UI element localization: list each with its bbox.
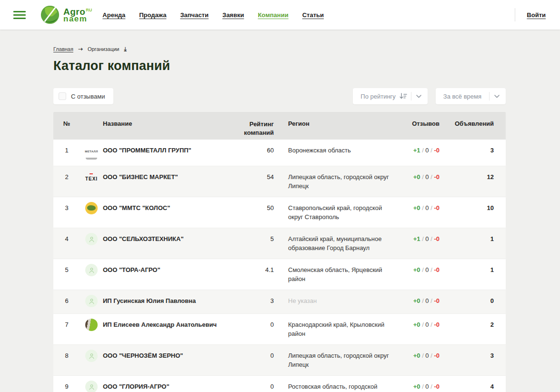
table-row[interactable]: 1 МЕТАЛЛ ООО "ПРОММЕТАЛЛ ГРУПП" 60 Ворон… [53, 140, 506, 166]
company-logo-cell [80, 351, 103, 369]
company-avatar-placeholder [85, 233, 98, 245]
company-ads-count: 1 [440, 265, 506, 283]
table-row[interactable]: 5 ООО "ТОРА-АГРО" 4.1 Смоленская область… [53, 259, 506, 290]
with-reviews-checkbox[interactable] [59, 92, 66, 100]
company-reviews: +1 / 0 / -0 [393, 146, 440, 160]
company-rating: 0 [230, 382, 274, 392]
chevron-down-icon[interactable] [416, 95, 421, 98]
login-link[interactable]: Войти [527, 11, 546, 19]
reviews-negative: -0 [434, 321, 440, 328]
column-header-ads: Объявлений [440, 120, 506, 140]
company-rating: 4.1 [230, 265, 274, 283]
nav-item-1[interactable]: Продажа [139, 11, 166, 19]
nav-item-0[interactable]: Аренда [102, 11, 125, 19]
reviews-neutral: 0 [425, 383, 429, 390]
company-logo-cell [80, 320, 103, 338]
sort-dropdown-label: По рейтингу [360, 93, 396, 100]
reviews-negative: -0 [434, 173, 440, 181]
company-name[interactable]: ИП Елисеев Александр Анатольевич [103, 320, 230, 338]
table-row[interactable]: 6 ИП Гусинская Юлия Павловна 3 Не указан… [53, 290, 506, 314]
main-content: Главная ➝ Организации ⤓ Каталог компаний… [0, 30, 506, 392]
reviews-neutral: 0 [425, 321, 429, 328]
company-avatar-placeholder [85, 381, 98, 392]
person-icon [88, 267, 95, 274]
row-number: 4 [53, 234, 80, 252]
logo-ru-superscript: RU [86, 8, 92, 12]
sort-descending-icon [400, 93, 407, 100]
reviews-positive: +0 [413, 383, 420, 390]
reviews-positive: +0 [413, 297, 420, 304]
table-row[interactable]: 9 ООО "ГЛОРИЯ-АГРО" 0 Ростовская область… [53, 376, 506, 392]
company-ads-count: 3 [440, 146, 506, 160]
top-header: AgroRU naem АрендаПродажаЗапчастиЗаявкиК… [0, 0, 560, 30]
row-number: 1 [53, 146, 80, 160]
companies-table: № Название Рейтинг компаний Регион Отзыв… [53, 112, 506, 392]
table-row[interactable]: 2 ТЕХI ООО "БИЗНЕС МАРКЕТ" 54 Липецкая о… [53, 166, 506, 197]
period-dropdown[interactable]: За всё время [436, 88, 506, 104]
table-row[interactable]: 8 ООО "ЧЕРНОЗЁМ ЗЕРНО" 0 Липецкая област… [53, 345, 506, 376]
table-row[interactable]: 4 ООО "СЕЛЬХОЗТЕХНИКА" 5 Алтайский край,… [53, 228, 506, 259]
company-reviews: +0 / 0 / -0 [393, 296, 440, 307]
logo-leaf-icon [40, 5, 60, 25]
company-logo-cell [80, 382, 103, 392]
table-header-row: № Название Рейтинг компаний Регион Отзыв… [53, 112, 506, 140]
company-ads-count: 4 [440, 382, 506, 392]
company-avatar-photo [85, 319, 98, 331]
company-name[interactable]: ООО "БИЗНЕС МАРКЕТ" [103, 172, 230, 191]
breadcrumb-home-link[interactable]: Главная [53, 46, 73, 52]
nav-item-3[interactable]: Заявки [222, 11, 244, 19]
column-header-name: Название [103, 120, 230, 140]
person-icon [88, 236, 95, 243]
reviews-neutral: 0 [425, 297, 429, 304]
company-region: Смоленская область, Ярцевский район [274, 265, 393, 283]
table-body: 1 МЕТАЛЛ ООО "ПРОММЕТАЛЛ ГРУПП" 60 Ворон… [53, 140, 506, 392]
sort-dropdown[interactable]: По рейтингу [353, 88, 428, 104]
company-name[interactable]: ООО "ГЛОРИЯ-АГРО" [103, 382, 230, 392]
breadcrumb-arrow-right-icon: ➝ [78, 46, 83, 52]
company-logo-cell [80, 265, 103, 283]
hamburger-menu-icon[interactable] [13, 11, 26, 19]
company-name[interactable]: ООО "ТОРА-АГРО" [103, 265, 230, 283]
reviews-neutral: 0 [425, 173, 429, 181]
person-icon [88, 298, 95, 305]
reviews-positive: +0 [413, 173, 420, 181]
company-name[interactable]: ООО "СЕЛЬХОЗТЕХНИКА" [103, 234, 230, 252]
company-ads-count: 3 [440, 351, 506, 369]
reviews-negative: -0 [434, 147, 440, 154]
breadcrumb-current: Организации [88, 46, 120, 52]
breadcrumb: Главная ➝ Организации ⤓ [53, 46, 506, 52]
company-region: Липецкая область, городской округ Липецк [274, 172, 393, 191]
company-avatar-placeholder [85, 350, 98, 362]
row-number: 8 [53, 351, 80, 369]
company-ads-count: 0 [440, 296, 506, 307]
chevron-down-icon[interactable] [494, 95, 500, 98]
company-rating: 60 [230, 146, 274, 160]
nav-item-4[interactable]: Компании [258, 11, 288, 19]
reviews-positive: +1 [413, 147, 420, 154]
table-row[interactable]: 7 ИП Елисеев Александр Анатольевич 0 Кра… [53, 314, 506, 345]
company-region: Краснодарский край, Крыловский район [274, 320, 393, 338]
reviews-neutral: 0 [425, 235, 429, 242]
nav-item-5[interactable]: Статьи [302, 11, 324, 19]
company-logo-emblem [85, 202, 98, 214]
row-number: 6 [53, 296, 80, 307]
reviews-negative: -0 [434, 266, 440, 273]
company-name[interactable]: ООО "ПРОММЕТАЛЛ ГРУПП" [103, 146, 230, 160]
nav-item-2[interactable]: Запчасти [180, 11, 209, 19]
site-logo[interactable]: AgroRU naem [40, 5, 92, 25]
reviews-positive: +1 [413, 235, 420, 242]
row-number: 2 [53, 172, 80, 191]
company-name[interactable]: ООО "ЧЕРНОЗЁМ ЗЕРНО" [103, 351, 230, 369]
company-name[interactable]: ООО "ММТС "КОЛОС" [103, 203, 230, 221]
company-avatar-placeholder [85, 264, 98, 276]
with-reviews-filter[interactable]: С отзывами [53, 88, 113, 104]
reviews-negative: -0 [434, 297, 440, 304]
page-title: Каталог компаний [53, 59, 506, 73]
breadcrumb-expand-arrow-icon[interactable]: ⤓ [124, 46, 126, 52]
reviews-neutral: 0 [425, 204, 429, 211]
table-row[interactable]: 3 ООО "ММТС "КОЛОС" 50 Ставропольский кр… [53, 197, 506, 228]
company-name[interactable]: ИП Гусинская Юлия Павловна [103, 296, 230, 307]
company-logo-cell: МЕТАЛЛ [80, 146, 103, 160]
filter-bar: С отзывами По рейтингу За всё время [53, 88, 506, 104]
company-logo-metall: МЕТАЛЛ [85, 147, 98, 160]
